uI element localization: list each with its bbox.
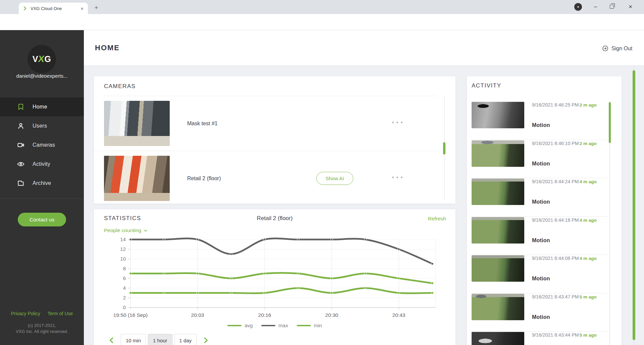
activity-thumbnail[interactable] xyxy=(472,332,524,345)
activity-event-type: Motion xyxy=(532,161,607,167)
camera-row[interactable]: Mask test #1 xyxy=(94,96,446,151)
svg-text:20:03: 20:03 xyxy=(191,312,204,318)
camera-thumbnail[interactable] xyxy=(104,156,170,201)
browser-toolbar: ← → ↻ cloud.vxg.io/#reports ☆ G Y ⋮ xyxy=(0,14,644,30)
camera-options-menu-icon[interactable] xyxy=(391,122,404,123)
browser-profile-icon[interactable]: ▾ xyxy=(574,3,582,11)
vxg-logo: VXG xyxy=(28,45,56,73)
page-header xyxy=(84,30,644,66)
activity-list: 9/16/2021 8:46:25 PM2 m ago Motion 9/16/… xyxy=(472,101,607,345)
legend-label: min xyxy=(314,323,322,328)
sidebar-item-label: Home xyxy=(33,104,47,110)
window-restore-button[interactable] xyxy=(604,0,620,13)
browser-tab-strip: VXG Cloud One × + ▾ – × xyxy=(0,0,644,14)
copyright-line: (c) 2017-2021, xyxy=(0,323,84,328)
chart-legend: avg max min xyxy=(94,323,455,328)
activity-timestamp: 9/16/2021 8:43:47 PM xyxy=(532,294,579,299)
tab-close-icon[interactable]: × xyxy=(79,6,85,11)
range-button[interactable]: 10 min xyxy=(121,334,146,345)
user-icon xyxy=(17,122,25,130)
camera-thumbnail[interactable] xyxy=(104,101,170,146)
user-email: daniel@videoexperts... xyxy=(0,73,84,79)
activity-thumbnail[interactable] xyxy=(472,102,524,128)
sidebar-item-cameras[interactable]: Cameras xyxy=(0,136,84,154)
new-tab-button[interactable]: + xyxy=(92,3,101,12)
activity-item[interactable]: 9/16/2021 8:46:25 PM2 m ago Motion xyxy=(472,101,607,140)
activity-item[interactable]: 9/16/2021 8:44:18 PM4 m ago Motion xyxy=(472,217,607,255)
cameras-scrollbar-thumb[interactable] xyxy=(443,142,445,154)
svg-text:4: 4 xyxy=(123,285,126,291)
show-ai-button[interactable]: Show AI xyxy=(316,172,353,185)
camera-row[interactable]: Retail 2 (floor) Show AI xyxy=(94,151,446,205)
bookmark-icon xyxy=(17,103,25,111)
chart-legend-item[interactable]: min xyxy=(297,323,322,328)
activity-thumbnail[interactable] xyxy=(472,255,524,282)
activity-time-ago: 5 m ago xyxy=(580,333,597,338)
activity-event-type: Motion xyxy=(532,276,607,282)
sidebar-item-archive[interactable]: Archive xyxy=(0,174,84,193)
activity-item[interactable]: 9/16/2021 8:43:47 PM5 m ago Motion xyxy=(472,293,607,332)
window-close-button[interactable]: × xyxy=(623,0,638,13)
activity-timestamp: 9/16/2021 8:44:24 PM xyxy=(532,179,579,184)
svg-text:8: 8 xyxy=(123,266,126,271)
activity-item[interactable]: 9/16/2021 8:46:10 PM2 m ago Motion xyxy=(472,140,607,179)
activity-time-ago: 2 m ago xyxy=(580,102,597,108)
browser-tab[interactable]: VXG Cloud One × xyxy=(19,3,88,14)
vxg-favicon-icon xyxy=(22,6,28,11)
video-camera-icon xyxy=(17,141,25,149)
next-range-button[interactable] xyxy=(201,335,210,345)
metric-dropdown[interactable]: People counting xyxy=(104,227,148,233)
activity-panel-title: ACTIVITY xyxy=(472,82,501,89)
page-title: HOME xyxy=(95,44,120,52)
cameras-panel-title: CAMERAS xyxy=(104,83,136,90)
contact-us-button[interactable]: Contact us xyxy=(18,213,66,226)
activity-item-meta: 9/16/2021 8:44:08 PM4 m ago Motion xyxy=(532,255,607,282)
activity-thumbnail[interactable] xyxy=(472,140,524,167)
activity-time-ago: 4 m ago xyxy=(580,179,597,184)
activity-time-ago: 5 m ago xyxy=(580,294,597,299)
restore-icon xyxy=(610,5,614,9)
camera-name: Retail 2 (floor) xyxy=(187,151,221,206)
activity-item[interactable]: 9/16/2021 8:44:08 PM4 m ago Motion xyxy=(472,255,607,293)
term-of-use-link[interactable]: Term of Use xyxy=(48,311,73,316)
activity-thumbnail[interactable] xyxy=(472,217,524,244)
activity-time-ago: 2 m ago xyxy=(580,141,597,146)
legend-label: avg xyxy=(245,323,253,328)
legend-color-swatch xyxy=(227,325,241,326)
chart-legend-item[interactable]: max xyxy=(261,323,288,328)
activity-scrollbar-thumb[interactable] xyxy=(609,102,611,143)
svg-text:12: 12 xyxy=(120,246,126,252)
svg-text:19:50 (16 Sep): 19:50 (16 Sep) xyxy=(113,312,148,318)
copyright-line: VXG Inc. All right reserved. xyxy=(0,329,84,334)
legend-color-swatch xyxy=(297,325,311,326)
refresh-link[interactable]: Refresh xyxy=(428,216,446,222)
range-button-group: 10 min 1 hour 1 day xyxy=(121,334,197,345)
svg-text:20:43: 20:43 xyxy=(392,312,406,318)
privacy-policy-link[interactable]: Privacy Policy xyxy=(11,311,40,316)
activity-timestamp: 9/16/2021 8:43:44 PM xyxy=(532,332,579,338)
activity-item[interactable]: 9/16/2021 8:44:24 PM4 m ago Motion xyxy=(472,178,607,217)
activity-panel: ACTIVITY 9/16/2021 8:46:25 PM2 m ago Mot… xyxy=(467,76,622,345)
sidebar-item-users[interactable]: Users xyxy=(0,117,84,135)
chevron-down-icon xyxy=(144,229,148,232)
range-button[interactable]: 1 hour xyxy=(148,334,172,345)
window-minimize-button[interactable]: – xyxy=(588,0,603,13)
activity-thumbnail[interactable] xyxy=(472,179,524,205)
activity-timestamp: 9/16/2021 8:46:10 PM xyxy=(532,141,579,146)
activity-item[interactable]: 9/16/2021 8:43:44 PM5 m ago Motion xyxy=(472,332,607,345)
svg-text:20:30: 20:30 xyxy=(325,312,338,318)
activity-thumbnail[interactable] xyxy=(472,294,524,320)
statistics-camera-name: Retail 2 (floor) xyxy=(94,215,455,222)
page-scrollbar-thumb[interactable] xyxy=(633,70,635,340)
chart-legend-item[interactable]: avg xyxy=(227,323,253,328)
activity-item-meta: 9/16/2021 8:46:25 PM2 m ago Motion xyxy=(532,102,607,128)
svg-text:2: 2 xyxy=(123,295,126,300)
sign-out-button[interactable]: Sign Out xyxy=(602,45,632,52)
sidebar-item-home[interactable]: Home xyxy=(0,97,84,116)
range-button[interactable]: 1 day xyxy=(174,334,197,345)
cameras-panel: CAMERAS Mask test #1 Retail 2 (floor) Sh… xyxy=(94,76,455,204)
metric-dropdown-label: People counting xyxy=(104,227,141,233)
sidebar-item-activity[interactable]: Activity xyxy=(0,155,84,174)
previous-range-button[interactable] xyxy=(107,335,116,345)
camera-options-menu-icon[interactable] xyxy=(391,177,404,178)
